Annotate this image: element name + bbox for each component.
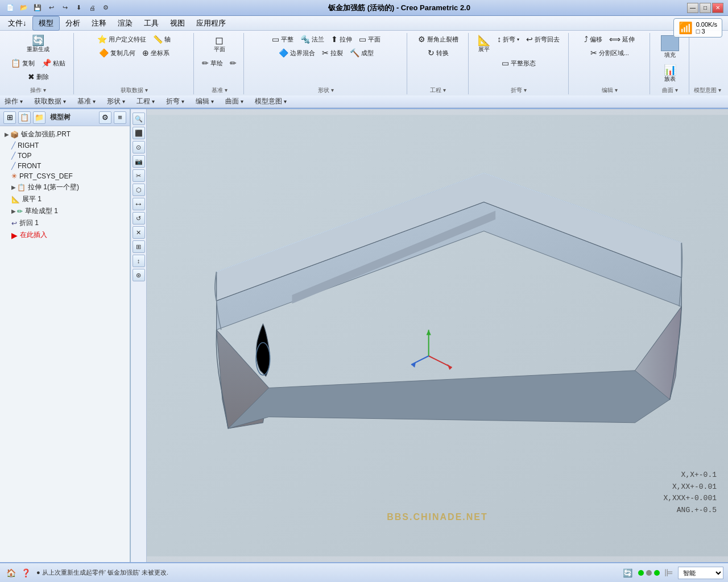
btn-bend[interactable]: ↕折弯 ▾ (494, 33, 522, 45)
btn-copy[interactable]: 📋复制 (8, 57, 38, 69)
minimize-button[interactable]: — (687, 3, 698, 13)
menu-view[interactable]: 视图 (164, 16, 191, 30)
3d-viewport[interactable]: X,X+-0.1 X,XX+-0.01 X,XXX+-0.001 ANG.+-0… (147, 109, 728, 562)
close-button[interactable]: ✕ (712, 3, 723, 13)
btn-plane2[interactable]: ▭平面 (356, 33, 383, 45)
quick-access-toolbar: 📄 📂 💾 ↩ ↪ ⬇ 🖨 ⚙ (5, 3, 111, 13)
tree-item-insert-here[interactable]: ▶ 在此插入 (0, 229, 130, 241)
btn-bend-back[interactable]: ↩折弯回去 (523, 33, 562, 45)
sub-shape[interactable]: 形状 ▾ (107, 97, 125, 106)
panel-filter-btn[interactable]: ≡ (114, 111, 126, 124)
tree-item-right[interactable]: ╱ RIGHT (0, 140, 130, 151)
menu-analysis[interactable]: 分析 (60, 16, 86, 30)
model-tree: ▶ 📦 钣金加强筋.PRT ╱ RIGHT ╱ TOP ╱ FRONT ✳ PR… (0, 126, 130, 562)
panel-expand-btn[interactable]: 📁 (33, 111, 46, 124)
qa-redo[interactable]: ↪ (59, 3, 71, 13)
btn-plane[interactable]: ◻ 平面 (211, 33, 228, 56)
btn-axis[interactable]: 📏轴 (150, 33, 173, 45)
menu-tools[interactable]: 工具 (138, 16, 164, 30)
btn-extrude[interactable]: ⬆拉伸 (328, 33, 355, 45)
tree-item-prt-csys[interactable]: ✳ PRT_CSYS_DEF (0, 171, 130, 181)
status-help-icon[interactable]: ❓ (19, 567, 32, 579)
group-label-edit: 编辑 ▾ (602, 85, 618, 94)
qa-open[interactable]: 📂 (18, 3, 30, 13)
view-btn-snap[interactable]: ⊛ (133, 269, 145, 281)
btn-boundary[interactable]: 🔷边界混合 (276, 47, 318, 59)
qa-new[interactable]: 📄 (5, 3, 16, 13)
status-refresh-icon[interactable]: 🔄 (621, 567, 634, 579)
qa-print[interactable]: 🖨 (86, 3, 98, 13)
tree-item-flatten1[interactable]: 📐 展平 1 (0, 193, 130, 205)
menu-model[interactable]: 模型 (32, 16, 60, 31)
btn-extend[interactable]: ⟺延伸 (606, 33, 638, 45)
tree-item-front[interactable]: ╱ FRONT (0, 161, 130, 171)
qa-settings[interactable]: ⚙ (100, 3, 111, 13)
status-home-icon[interactable]: 🏠 (5, 567, 17, 579)
ribbon-group-engineering: ⚙掰角止裂槽 ↻转换 工程 ▾ (408, 33, 469, 94)
btn-flat-form[interactable]: ▭平整形态 (499, 57, 539, 69)
tree-item-root[interactable]: ▶ 📦 钣金加强筋.PRT (0, 128, 130, 140)
menu-apps[interactable]: 应用程序 (191, 16, 231, 30)
sub-engineering[interactable]: 工程 ▾ (136, 97, 155, 106)
qa-save[interactable]: 💾 (32, 3, 43, 13)
sub-bend[interactable]: 折弯 ▾ (166, 97, 184, 106)
qa-down[interactable]: ⬇ (73, 3, 84, 13)
btn-offset[interactable]: ⤴偏移 (581, 33, 605, 45)
sub-acquire[interactable]: 获取数据 ▾ (34, 97, 66, 106)
view-btn-camera[interactable]: 📷 (133, 155, 145, 168)
btn-sketch[interactable]: ✏草绘 (199, 57, 226, 69)
tree-item-extrude1[interactable]: ▶ 📋 拉伸 1(第一个壁) (0, 181, 130, 193)
sub-reference[interactable]: 基准 ▾ (77, 97, 96, 106)
btn-copy-geom[interactable]: 🔶复制几何 (96, 47, 138, 59)
btn-split[interactable]: ✂分割区域... (588, 47, 632, 59)
btn-notch[interactable]: ⚙掰角止裂槽 (415, 33, 461, 45)
view-btn-grid[interactable]: ⊞ (133, 240, 145, 253)
btn-family-table[interactable]: 📊 族表 (661, 63, 679, 85)
menu-render[interactable]: 渲染 (112, 16, 138, 30)
ribbon: 🔄 重新生成 📋复制 📌粘贴 ✖删除 操作 ▾ ⭐用户定义特征 📏轴 🔶复制几何… (0, 31, 728, 109)
view-btn-circle[interactable]: ⊙ (133, 141, 145, 153)
btn-unfold[interactable]: 📐 展平 (475, 33, 493, 56)
btn-regenerate[interactable]: 🔄 重新生成 (24, 33, 52, 56)
window-controls: — □ ✕ (687, 3, 723, 13)
view-btn-rotate[interactable]: ↺ (133, 212, 145, 225)
panel-toolbar: ⊞ 📋 📁 模型树 ⚙ ≡ (0, 109, 130, 126)
sub-surface[interactable]: 曲面 ▾ (225, 97, 243, 106)
tree-item-sketch-form1[interactable]: ▶ ✏ 草绘成型 1 (0, 205, 130, 217)
btn-paste[interactable]: 📌粘贴 (39, 57, 68, 69)
view-btn-zoom[interactable]: 🔍 (133, 113, 145, 125)
ribbon-content: 🔄 重新生成 📋复制 📌粘贴 ✖删除 操作 ▾ ⭐用户定义特征 📏轴 🔶复制几何… (0, 31, 728, 95)
group-label-engineering: 工程 ▾ (430, 85, 446, 94)
sub-model-intent[interactable]: 模型意图 ▾ (255, 97, 287, 106)
btn-flatten[interactable]: ▭平整 (269, 33, 296, 45)
btn-convert[interactable]: ↻转换 (425, 47, 452, 59)
view-btn-move[interactable]: ↔ (133, 198, 145, 210)
qa-undo[interactable]: ↩ (46, 3, 57, 13)
panel-view-btn[interactable]: 📋 (18, 111, 31, 124)
view-btn-box[interactable]: ⬛ (133, 127, 145, 139)
group-label-shape: 形状 ▾ (318, 85, 334, 94)
maximize-button[interactable]: □ (700, 3, 711, 13)
btn-delete[interactable]: ✖删除 (25, 70, 52, 83)
btn-sketch2[interactable]: ✏ (227, 57, 239, 69)
mode-select[interactable]: 智能 普通 (678, 567, 723, 579)
view-btn-cut[interactable]: ✂ (133, 169, 145, 182)
sub-operate[interactable]: 操作 ▾ (5, 97, 23, 106)
btn-flange[interactable]: 🔩法兰 (297, 33, 327, 45)
panel-settings-btn[interactable]: ⚙ (99, 111, 111, 124)
view-btn-hex[interactable]: ⬡ (133, 184, 145, 196)
btn-form[interactable]: 🔨成型 (347, 47, 377, 59)
panel-grid-btn[interactable]: ⊞ (3, 111, 16, 124)
btn-coord[interactable]: ⊕坐标系 (139, 47, 172, 59)
view-btn-clear[interactable]: ✕ (133, 226, 145, 239)
btn-crack[interactable]: ✂拉裂 (319, 47, 346, 59)
view-btn-resize[interactable]: ↕ (133, 255, 145, 267)
sub-edit[interactable]: 编辑 ▾ (196, 97, 214, 106)
menu-file[interactable]: 文件↓ (2, 16, 32, 30)
wifi-icon: 📶 (679, 21, 693, 35)
tree-item-foldback1[interactable]: ↩ 折回 1 (0, 217, 130, 229)
btn-user-feature[interactable]: ⭐用户定义特征 (94, 33, 149, 45)
menu-annotate[interactable]: 注释 (86, 16, 112, 30)
ribbon-group-surface: 填充 📊 族表 曲面 ▾ (651, 33, 689, 94)
tree-item-top[interactable]: ╱ TOP (0, 151, 130, 161)
